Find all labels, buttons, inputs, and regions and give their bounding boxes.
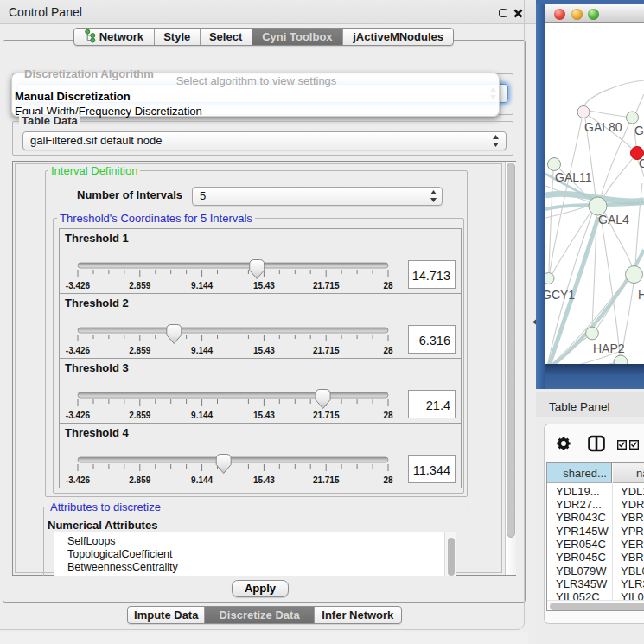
svg-text:O: O [639,156,644,170]
svg-text:GCY1: GCY1 [545,288,575,302]
svg-text:H: H [638,288,644,302]
svg-text:GA: GA [634,124,644,137]
svg-text:GAL11: GAL11 [555,170,592,184]
svg-text:HAP2: HAP2 [593,341,625,355]
svg-text:GAL80: GAL80 [584,120,622,134]
svg-text:GAL4: GAL4 [598,213,629,226]
